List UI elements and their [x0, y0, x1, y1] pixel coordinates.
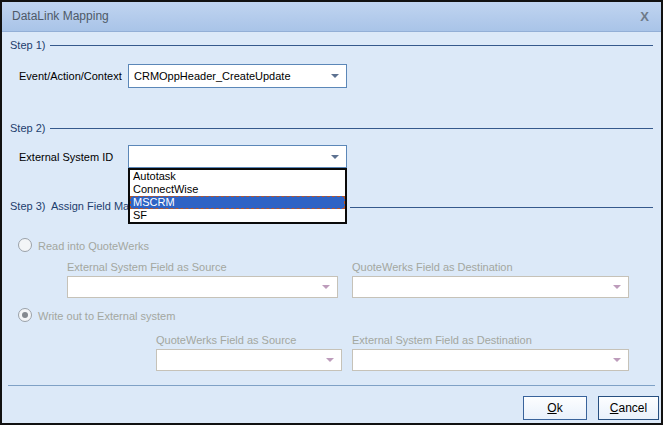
radio-selected-dot — [22, 312, 28, 318]
read-into-quotewerks-label: Read into QuoteWerks — [38, 240, 149, 252]
external-system-id-combobox[interactable] — [128, 145, 347, 168]
quotewerks-field-as-source-label: QuoteWerks Field as Source — [156, 334, 296, 346]
step3-separator-line — [350, 207, 653, 208]
read-into-quotewerks-radio[interactable] — [18, 238, 32, 252]
dropdown-arrow-icon[interactable] — [613, 358, 621, 362]
external-system-id-dropdown-list: Autotask ConnectWise MSCRM SF — [128, 168, 347, 224]
step2-separator-line — [50, 128, 653, 129]
dropdown-arrow-icon[interactable] — [322, 285, 330, 289]
event-action-context-combobox[interactable]: CRMOppHeader_CreateUpdate — [128, 64, 347, 88]
dropdown-arrow-icon[interactable] — [331, 155, 339, 159]
step2-label: Step 2) — [10, 122, 45, 134]
quotewerks-field-as-destination-combobox[interactable] — [352, 276, 629, 298]
step1-label: Step 1) — [10, 39, 45, 51]
dropdown-option-sf[interactable]: SF — [130, 209, 345, 222]
write-out-to-external-label: Write out to External system — [38, 310, 175, 322]
external-system-field-as-destination-value — [358, 350, 610, 370]
quotewerks-field-as-source-value — [162, 350, 323, 370]
external-system-id-value — [134, 146, 328, 167]
cancel-button[interactable]: Cancel — [598, 396, 659, 420]
external-system-field-as-source-value — [73, 277, 319, 297]
dropdown-option-connectwise[interactable]: ConnectWise — [130, 183, 345, 196]
dropdown-arrow-icon[interactable] — [331, 74, 339, 78]
footer-divider — [8, 385, 655, 386]
external-system-field-as-source-label: External System Field as Source — [67, 261, 227, 273]
window-title: DataLink Mapping — [12, 2, 109, 31]
dropdown-arrow-icon[interactable] — [613, 285, 621, 289]
ok-button[interactable]: Ok — [523, 396, 587, 420]
quotewerks-field-as-source-combobox[interactable] — [156, 349, 342, 371]
close-icon[interactable]: X — [640, 2, 649, 31]
step3-label: Step 3) Assign Field Map — [10, 200, 135, 212]
quotewerks-field-as-destination-label: QuoteWerks Field as Destination — [352, 261, 513, 273]
dropdown-arrow-icon[interactable] — [326, 358, 334, 362]
event-action-context-value: CRMOppHeader_CreateUpdate — [134, 65, 328, 87]
step1-separator-line — [50, 45, 653, 46]
datalink-mapping-dialog: DataLink Mapping X Step 1) Event/Action/… — [0, 0, 663, 425]
dropdown-option-autotask[interactable]: Autotask — [130, 170, 345, 183]
external-system-id-label: External System ID — [19, 151, 113, 163]
cancel-button-label: Cancel — [610, 401, 647, 415]
external-system-field-as-source-combobox[interactable] — [67, 276, 338, 298]
quotewerks-field-as-destination-value — [358, 277, 610, 297]
title-bar: DataLink Mapping X — [2, 2, 661, 32]
ok-button-label: Ok — [547, 401, 562, 415]
external-system-field-as-destination-combobox[interactable] — [352, 349, 629, 371]
event-action-context-label: Event/Action/Context — [19, 70, 122, 82]
write-out-to-external-radio[interactable] — [18, 308, 32, 322]
external-system-field-as-destination-label: External System Field as Destination — [352, 334, 532, 346]
dropdown-option-mscrm[interactable]: MSCRM — [130, 196, 345, 209]
